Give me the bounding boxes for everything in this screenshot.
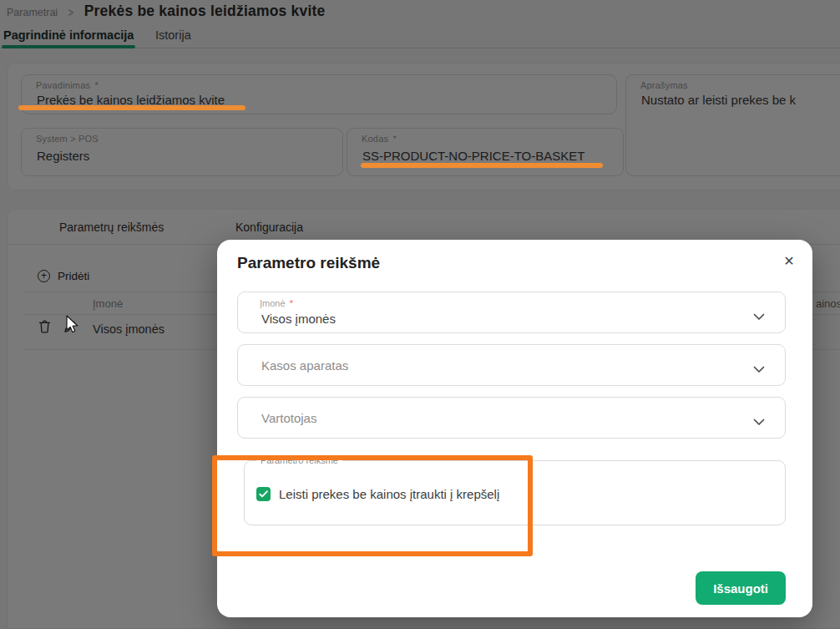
modal-title: Parametro reikšmė	[237, 254, 380, 272]
save-button[interactable]: Išsaugoti	[696, 571, 786, 605]
vartotojas-placeholder: Vartotojas	[261, 411, 316, 425]
imone-select-value: Visos įmonės	[261, 312, 336, 326]
imone-select-label: Įmonė *	[260, 298, 293, 308]
kasos-aparatas-select[interactable]: Kasos aparatas	[237, 344, 786, 386]
checkbox-checked-icon[interactable]	[256, 487, 271, 501]
parametro-reiksme-group: Parametro reikšmė Leisti prekes be kaino…	[244, 455, 786, 525]
parameter-value-modal: Parametro reikšmė ✕ Įmonė * Visos įmonės…	[217, 240, 812, 617]
kasos-aparatas-placeholder: Kasos aparatas	[261, 358, 348, 373]
vartotojas-select[interactable]: Vartotojas	[237, 397, 786, 439]
checkbox-label: Leisti prekes be kainos įtraukti į krepš…	[279, 487, 499, 501]
chevron-down-icon	[753, 362, 765, 377]
checkbox-row[interactable]: Leisti prekes be kainos įtraukti į krepš…	[256, 487, 499, 501]
parametro-reiksme-legend: Parametro reikšmė	[256, 455, 342, 465]
imone-select[interactable]: Įmonė * Visos įmonės	[237, 292, 786, 333]
chevron-down-icon	[753, 309, 765, 324]
close-icon[interactable]: ✕	[778, 250, 800, 271]
chevron-down-icon	[753, 414, 765, 429]
